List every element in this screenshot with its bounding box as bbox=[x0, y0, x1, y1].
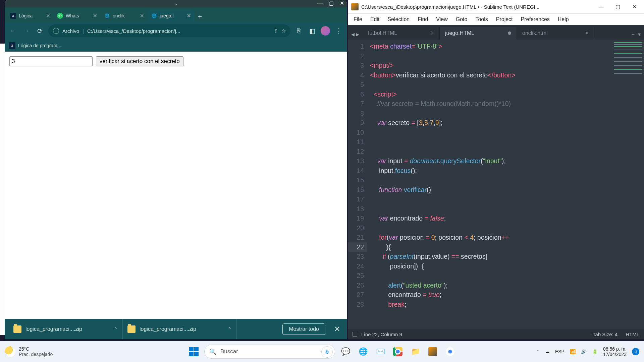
chevron-up-icon[interactable]: ⌃ bbox=[536, 349, 540, 354]
reading-list-icon[interactable]: ⎘ bbox=[294, 26, 304, 36]
chevron-up-icon[interactable]: ⌃ bbox=[228, 326, 232, 332]
taskbar-search[interactable]: 🔍 Buscar b bbox=[204, 345, 335, 359]
close-icon[interactable]: ✕ bbox=[187, 13, 191, 19]
zip-icon bbox=[127, 325, 136, 333]
close-icon[interactable]: ✕ bbox=[93, 13, 97, 19]
page-content: verificar si acerto con el secreto bbox=[5, 52, 347, 319]
close-icon[interactable]: × bbox=[585, 30, 588, 36]
secret-input[interactable] bbox=[9, 56, 93, 66]
download-item[interactable]: logica_programaci....zip ⌃ bbox=[9, 319, 123, 339]
editor-tab-onclik[interactable]: onclik.html × bbox=[517, 27, 594, 40]
language-indicator[interactable]: ESP bbox=[555, 349, 565, 354]
wifi-icon[interactable]: 📶 bbox=[570, 349, 576, 354]
close-button[interactable]: ✕ bbox=[340, 0, 344, 6]
menu-help[interactable]: Help bbox=[554, 15, 573, 24]
sidepanel-icon[interactable]: ◧ bbox=[307, 26, 317, 36]
menu-find[interactable]: Find bbox=[414, 15, 432, 24]
chrome-titlebar: ⌄ — ▢ ✕ bbox=[5, 0, 347, 7]
minimize-button[interactable]: — bbox=[595, 4, 607, 10]
menu-file[interactable]: File bbox=[350, 15, 366, 24]
cursor-position[interactable]: Line 22, Column 9 bbox=[361, 331, 402, 337]
chrome-running-icon[interactable] bbox=[443, 345, 457, 359]
volume-icon[interactable]: 🔊 bbox=[581, 349, 587, 354]
new-tab-icon[interactable]: + bbox=[632, 32, 635, 38]
minimap[interactable] bbox=[612, 40, 644, 329]
share-icon[interactable]: ⇪ bbox=[274, 28, 278, 34]
new-tab-button[interactable]: + bbox=[195, 11, 205, 22]
bookmark-item[interactable]: Lógica de program... bbox=[18, 43, 61, 48]
minimize-button[interactable]: — bbox=[317, 0, 323, 6]
notification-badge[interactable]: 6 bbox=[632, 348, 639, 355]
downloads-bar: logica_programaci....zip ⌃ logica_progra… bbox=[5, 319, 347, 339]
menu-project[interactable]: Project bbox=[492, 15, 517, 24]
tab-label: juego.l bbox=[160, 13, 173, 18]
show-all-downloads[interactable]: Mostrar todo bbox=[282, 323, 325, 335]
menu-selection[interactable]: Selection bbox=[384, 15, 413, 24]
editor-tab-juego[interactable]: juego.HTML bbox=[440, 27, 517, 40]
close-button[interactable]: ✕ bbox=[629, 4, 641, 10]
maximize-button[interactable]: ▢ bbox=[329, 0, 334, 6]
globe-icon: 🌐 bbox=[104, 13, 110, 19]
menu-view[interactable]: View bbox=[432, 15, 451, 24]
back-button[interactable]: ← bbox=[8, 26, 18, 36]
download-item[interactable]: logica_programaci....zip ⌃ bbox=[123, 319, 237, 339]
zip-icon bbox=[13, 325, 21, 333]
tab-size[interactable]: Tab Size: 4 bbox=[593, 331, 618, 337]
close-icon[interactable]: ✕ bbox=[331, 325, 343, 334]
windows-taskbar: 25°C Prac. despejado 🔍 Buscar b 💬 🌐 ✉️ 📁… bbox=[0, 341, 644, 362]
tab-onclik[interactable]: 🌐 onclik ✕ bbox=[101, 9, 148, 22]
sublime-taskbar-icon[interactable] bbox=[426, 345, 440, 359]
close-icon[interactable]: ✕ bbox=[46, 13, 50, 19]
panel-toggle-icon[interactable] bbox=[353, 332, 357, 337]
code-editor[interactable]: 1234567891011121314151617181920212223242… bbox=[348, 40, 644, 329]
onedrive-icon[interactable]: ☁ bbox=[545, 349, 550, 354]
chrome-window: ⌄ — ▢ ✕ a Lógica ✕ ✆ Whats ✕ 🌐 onclik ✕ … bbox=[5, 0, 347, 339]
profile-avatar[interactable] bbox=[321, 26, 330, 36]
chat-icon[interactable]: 💬 bbox=[338, 345, 353, 359]
tab-menu-icon[interactable]: ▾ bbox=[638, 31, 641, 38]
forward-button[interactable]: → bbox=[21, 26, 32, 36]
tab-nav[interactable]: ◀ ▶ bbox=[348, 32, 363, 40]
mail-icon[interactable]: ✉️ bbox=[373, 345, 387, 359]
toolbar: ← → ⟳ i Archivo | C:/Users/esca_/Desktop… bbox=[5, 22, 347, 40]
tab-whatsapp[interactable]: ✆ Whats ✕ bbox=[54, 9, 101, 22]
close-icon[interactable]: × bbox=[431, 30, 434, 36]
menu-preferences[interactable]: Preferences bbox=[517, 15, 553, 24]
download-filename: logica_programaci....zip bbox=[140, 326, 196, 332]
syntax-mode[interactable]: HTML bbox=[626, 331, 639, 337]
caret-down-icon[interactable]: ⌄ bbox=[174, 1, 178, 6]
tab-juego[interactable]: 🌐 juego.l ✕ bbox=[148, 9, 195, 22]
verify-button[interactable]: verificar si acerto con el secreto bbox=[96, 56, 183, 66]
info-icon[interactable]: i bbox=[53, 28, 59, 34]
menu-button[interactable]: ⋮ bbox=[333, 26, 343, 36]
start-button[interactable] bbox=[187, 345, 201, 359]
address-bar[interactable]: i Archivo | C:/Users/esca_/Desktop/progr… bbox=[48, 24, 290, 37]
tab-label: futbol.HTML bbox=[368, 30, 397, 36]
weather-desc: Prac. despejado bbox=[19, 352, 53, 357]
tab-logica[interactable]: a Lógica ✕ bbox=[7, 9, 54, 22]
menu-tools[interactable]: Tools bbox=[472, 15, 491, 24]
svg-point-6 bbox=[448, 350, 452, 353]
alura-icon: a bbox=[9, 42, 15, 49]
menu-goto[interactable]: Goto bbox=[452, 15, 471, 24]
line-gutter: 1234567891011121314151617181920212223242… bbox=[348, 40, 367, 329]
editor-tab-futbol[interactable]: futbol.HTML × bbox=[363, 27, 440, 40]
bing-icon[interactable]: b bbox=[321, 346, 333, 358]
explorer-icon[interactable]: 📁 bbox=[408, 345, 422, 359]
svg-point-4 bbox=[396, 350, 399, 353]
code-area[interactable]: <meta charset="UTF-8"> <input/> <button>… bbox=[367, 40, 644, 329]
tab-strip: a Lógica ✕ ✆ Whats ✕ 🌐 onclik ✕ 🌐 juego.… bbox=[5, 7, 347, 22]
chrome-icon[interactable] bbox=[391, 345, 405, 359]
weather-widget[interactable]: 25°C Prac. despejado bbox=[5, 346, 53, 357]
download-filename: logica_programaci....zip bbox=[25, 326, 82, 332]
reload-button[interactable]: ⟳ bbox=[35, 26, 45, 36]
star-icon[interactable]: ☆ bbox=[281, 28, 286, 34]
close-icon[interactable]: ✕ bbox=[140, 13, 144, 19]
battery-icon[interactable]: 🔋 bbox=[592, 349, 598, 354]
clock[interactable]: 08:56 p. m. 17/04/2023 bbox=[603, 346, 627, 357]
chevron-up-icon[interactable]: ⌃ bbox=[114, 326, 118, 332]
maximize-button[interactable]: ▢ bbox=[612, 4, 624, 10]
tab-label: Whats bbox=[66, 13, 79, 18]
menu-edit[interactable]: Edit bbox=[367, 15, 383, 24]
edge-icon[interactable]: 🌐 bbox=[356, 345, 370, 359]
